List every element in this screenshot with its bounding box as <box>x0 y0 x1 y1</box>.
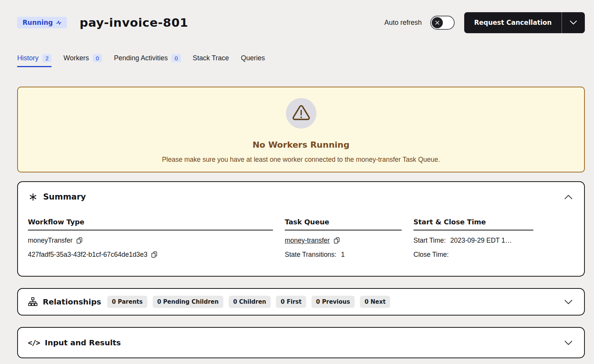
banner-title: No Workers Running <box>252 140 349 150</box>
summary-grid: Workflow Type moneyTransfer 427fadf5-35a… <box>28 218 574 259</box>
summary-card-header: Summary <box>28 191 574 203</box>
code-icon: </> <box>28 338 40 347</box>
state-transitions-value: 1 <box>341 251 345 259</box>
copy-icon <box>76 237 83 244</box>
relationships-expand-button[interactable] <box>563 296 574 308</box>
time-column: Start & Close Time Start Time: 2023-09-2… <box>413 218 533 259</box>
run-id-value: 427fadf5-35a3-43f2-b1cf-67c64de1d3e3 <box>28 251 147 259</box>
task-queue-row: money-transfer <box>285 237 402 245</box>
relationships-badges: 0 Parents 0 Pending Children 0 Children … <box>107 296 390 308</box>
tab-label: Queries <box>241 54 265 62</box>
tab-label: Workers <box>63 54 89 62</box>
state-transitions-label: State Transitions: <box>285 251 336 259</box>
input-results-expand-button[interactable] <box>563 337 574 348</box>
tab-label: History <box>17 54 39 62</box>
warning-triangle-icon <box>291 104 311 122</box>
relationships-title: Relationships <box>43 297 101 306</box>
toggle-knob <box>432 17 443 28</box>
banner-message: Please make sure you have at least one w… <box>162 156 440 164</box>
tab-workers[interactable]: Workers 0 <box>63 54 102 67</box>
start-time-row: Start Time: 2023-09-29 EDT 1… <box>413 237 533 245</box>
first-badge: 0 First <box>276 296 306 308</box>
workflow-type-header: Workflow Type <box>28 218 273 230</box>
chevron-down-icon <box>564 340 573 345</box>
workflow-type-column: Workflow Type moneyTransfer 427fadf5-35a… <box>28 218 273 259</box>
start-time-label: Start Time: <box>413 237 446 245</box>
copy-run-id-button[interactable] <box>151 251 158 258</box>
start-time-value: 2023-09-29 EDT 1… <box>450 237 512 245</box>
cancel-split-button: Request Cancellation <box>464 12 585 33</box>
chevron-down-icon <box>570 20 577 25</box>
parents-badge: 0 Parents <box>107 296 147 308</box>
close-time-row: Close Time: <box>413 251 533 259</box>
page-title: pay-invoice-801 <box>80 16 189 29</box>
task-queue-link[interactable]: money-transfer <box>285 237 330 245</box>
copy-icon <box>334 237 340 244</box>
task-queue-header: Task Queue <box>285 218 402 230</box>
running-spinner-icon <box>56 20 61 25</box>
chevron-up-icon <box>564 195 573 200</box>
workflow-type-value: moneyTransfer <box>28 237 73 245</box>
auto-refresh-label: Auto refresh <box>384 19 422 27</box>
summary-card: Summary Workflow Type moneyTransfer <box>17 181 585 277</box>
tab-queries[interactable]: Queries <box>241 54 265 67</box>
asterisk-icon <box>28 193 38 201</box>
cancel-dropdown-button[interactable] <box>562 12 585 33</box>
run-id-row: 427fadf5-35a3-43f2-b1cf-67c64de1d3e3 <box>28 251 273 259</box>
pending-children-badge: 0 Pending Children <box>153 296 223 308</box>
task-queue-column: Task Queue money-transfer State Transiti… <box>285 218 402 259</box>
workflow-type-row: moneyTransfer <box>28 237 273 245</box>
copy-workflow-type-button[interactable] <box>76 237 83 244</box>
summary-collapse-button[interactable] <box>563 191 574 203</box>
tab-stack-trace[interactable]: Stack Trace <box>193 54 229 67</box>
status-label: Running <box>23 19 53 26</box>
input-results-card: </> Input and Results <box>17 327 585 358</box>
header-actions: Auto refresh Request Cancellation <box>384 12 585 33</box>
tab-count-badge: 0 <box>93 54 102 62</box>
tab-count-badge: 2 <box>42 54 52 62</box>
state-transitions-row: State Transitions: 1 <box>285 251 402 259</box>
tab-history[interactable]: History 2 <box>17 54 52 67</box>
input-results-title: Input and Results <box>45 338 121 347</box>
close-time-label: Close Time: <box>413 251 449 259</box>
tab-bar: History 2 Workers 0 Pending Activities 0… <box>17 54 585 67</box>
workflow-detail-page: Running pay-invoice-801 Auto refresh Req… <box>0 0 594 358</box>
chevron-down-icon <box>564 300 573 304</box>
children-badge: 0 Children <box>229 296 271 308</box>
no-workers-warning-banner: No Workers Running Please make sure you … <box>17 87 585 172</box>
time-header: Start & Close Time <box>413 218 533 230</box>
status-badge: Running <box>17 17 67 28</box>
request-cancellation-button[interactable]: Request Cancellation <box>464 12 562 33</box>
summary-title: Summary <box>43 192 86 201</box>
next-badge: 0 Next <box>360 296 390 308</box>
tab-count-badge: 0 <box>171 54 181 62</box>
tab-label: Stack Trace <box>193 54 229 62</box>
copy-icon <box>151 251 158 258</box>
auto-refresh-toggle[interactable] <box>430 16 455 30</box>
hierarchy-icon <box>28 297 38 307</box>
previous-badge: 0 Previous <box>312 296 355 308</box>
page-header: Running pay-invoice-801 Auto refresh Req… <box>17 11 585 34</box>
warning-icon-circle <box>286 98 316 129</box>
tab-pending-activities[interactable]: Pending Activities 0 <box>114 54 181 67</box>
toggle-off-x-icon <box>435 20 440 25</box>
copy-task-queue-button[interactable] <box>334 237 340 244</box>
tab-label: Pending Activities <box>114 54 168 62</box>
relationships-card: Relationships 0 Parents 0 Pending Childr… <box>17 288 585 316</box>
